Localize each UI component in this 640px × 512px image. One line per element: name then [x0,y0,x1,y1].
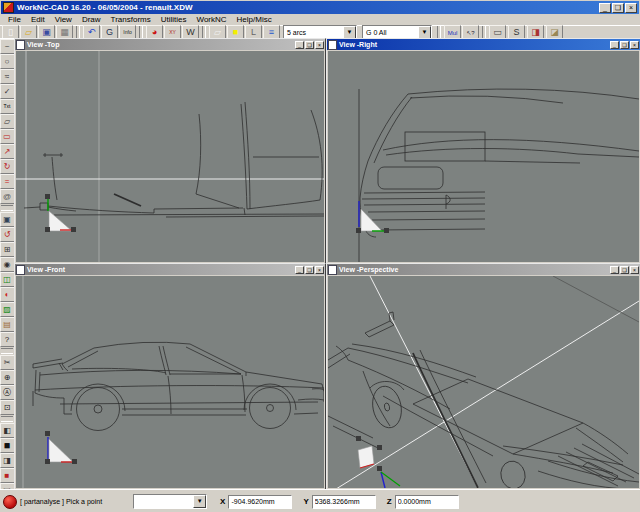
z-coordinate-field[interactable] [395,495,459,509]
status-prompt: [ partanalyse ] Pick a point [20,498,102,505]
right-view-car-lines [359,89,639,262]
close-button[interactable]: × [625,3,637,13]
toolbar-separator [1,416,13,422]
viewport-right-canvas[interactable] [328,51,639,262]
maximize-button[interactable]: ❏ [612,3,624,13]
menu-view[interactable]: View [50,15,77,24]
sphere-tool-icon[interactable]: ◐ [0,287,15,302]
viewport-top-titlebar[interactable]: View -Top _ ❏ × [15,39,325,50]
y-coordinate-label: Y [303,497,308,506]
chevron-down-icon[interactable]: ▼ [193,495,206,508]
undo-arrow-icon[interactable]: ↺ [0,227,15,242]
trim-tool-icon[interactable]: ✂ [0,355,15,370]
text-tool-icon[interactable]: Txt [0,99,15,114]
viewport-front: View -Front _ ❏ × [14,263,326,490]
worknc-status-icon [3,495,17,509]
solid-tool-icon[interactable]: ◫ [0,272,15,287]
hatch-tool-icon[interactable]: ▨ [0,302,15,317]
viewport-icon [328,40,337,50]
viewport-front-canvas[interactable] [16,276,324,488]
menu-help[interactable]: Help/Misc [232,15,277,24]
view-front-face-icon[interactable]: ◧ [0,423,15,438]
axis-triad [356,436,400,488]
viewport-close-button[interactable]: × [315,41,324,49]
viewport-top: View -Top _ ❏ × [14,38,326,264]
view-box-icon[interactable]: ▣ [0,212,15,227]
viewport-close-button[interactable]: × [630,41,639,49]
viewport-top-title: View -Top [27,41,294,48]
rectangle-tool-icon[interactable]: ▭ [0,129,15,144]
zoom-window-icon[interactable]: ⊡ [0,400,15,415]
viewport-right-titlebar[interactable]: View -Right _ ❏ × [327,39,640,50]
viewport-restore-button[interactable]: ❏ [305,41,314,49]
menu-edit[interactable]: Edit [26,15,50,24]
viewport-minimize-button[interactable]: _ [610,41,619,49]
minimize-button[interactable]: _ [599,3,611,13]
import-tool-icon[interactable]: ▤ [0,317,15,332]
wireframe-perspective-view [328,276,639,488]
viewport-restore-button[interactable]: ❏ [620,41,629,49]
offset-tool-icon[interactable]: = [0,174,15,189]
wireframe-right-view [328,51,639,262]
surface-tool-icon[interactable]: ◉ [0,257,15,272]
status-combobox[interactable]: ▼ [133,494,207,509]
axis-triad [45,431,77,464]
x-coordinate-field[interactable] [228,495,292,509]
viewport-perspective-title: View -Perspective [339,266,609,273]
layer-combobox-value: G 0 All [363,29,418,36]
viewport-front-title: View -Front [27,266,294,273]
toolbar-separator [1,205,13,211]
viewport-restore-button[interactable]: ❏ [305,266,314,274]
menu-draw[interactable]: Draw [77,15,106,24]
y-coordinate-field[interactable] [312,495,376,509]
spiral-tool-icon[interactable]: @ [0,189,15,204]
app-icon [3,2,14,13]
wireframe-front-view [16,276,324,488]
app-window: WorkNC-CAD 16.20 - 06/05/2004 - renault.… [0,0,640,512]
viewport-close-button[interactable]: × [630,266,639,274]
axis-triad [356,201,389,233]
viewport-close-button[interactable]: × [315,266,324,274]
draw-circle-icon[interactable]: ○ [0,54,15,69]
view-side-face-icon[interactable]: ◨ [0,453,15,468]
viewport-restore-button[interactable]: ❏ [620,266,629,274]
view-shaded-box-icon[interactable]: ◼ [0,438,15,453]
grid-window-icon[interactable]: ⊞ [0,242,15,257]
zoom-in-icon[interactable]: ⊕ [0,370,15,385]
menu-transforms[interactable]: Transforms [106,15,156,24]
top-view-car-lines [24,102,324,217]
viewport-minimize-button[interactable]: _ [295,266,304,274]
perspective-car-lines [328,312,639,488]
window-titlebar[interactable]: WorkNC-CAD 16.20 - 06/05/2004 - renault.… [1,1,639,14]
view-red-box-icon[interactable]: ■ [0,468,15,483]
x-coordinate-label: X [220,497,225,506]
left-toolbar: ~○≈✓Txt▱▭↗↻=@▣↺⊞◉◫◐▨▤?✂⊕Ⓐ⊡◧◼◨■▤ [0,38,14,490]
viewport-icon [16,40,25,50]
viewport-minimize-button[interactable]: _ [295,41,304,49]
draw-spline-icon[interactable]: ≈ [0,69,15,84]
menubar: File Edit View Draw Transforms Utilities… [0,14,640,25]
viewport-minimize-button[interactable]: _ [610,266,619,274]
zoom-all-icon[interactable]: Ⓐ [0,385,15,400]
draw-line-icon[interactable]: ~ [0,39,15,54]
viewport-perspective-canvas[interactable] [328,276,639,488]
shapes-tool-icon[interactable]: ▱ [0,114,15,129]
z-coordinate-label: Z [387,497,392,506]
measure-tool-icon[interactable]: ? [0,332,15,347]
viewport-right: View -Right _ ❏ × [326,38,640,264]
menu-file[interactable]: File [3,15,26,24]
toolbar-separator [1,348,13,354]
arcs-combobox-value: 5 arcs [284,29,343,36]
statusbar: [ partanalyse ] Pick a point ▼ X Y Z [0,489,640,512]
viewport-icon [16,265,25,275]
viewport-front-titlebar[interactable]: View -Front _ ❏ × [15,264,325,275]
translate-tool-icon[interactable]: ↗ [0,144,15,159]
menu-utilities[interactable]: Utilities [156,15,192,24]
mdi-area: View -Top _ ❏ × [14,38,640,489]
snap-point-icon[interactable]: ✓ [0,84,15,99]
viewport-perspective: View -Perspective _ ❏ × [326,263,640,490]
menu-worknc[interactable]: WorkNC [192,15,232,24]
viewport-top-canvas[interactable] [16,51,324,262]
rotate-tool-icon[interactable]: ↻ [0,159,15,174]
viewport-perspective-titlebar[interactable]: View -Perspective _ ❏ × [327,264,640,275]
